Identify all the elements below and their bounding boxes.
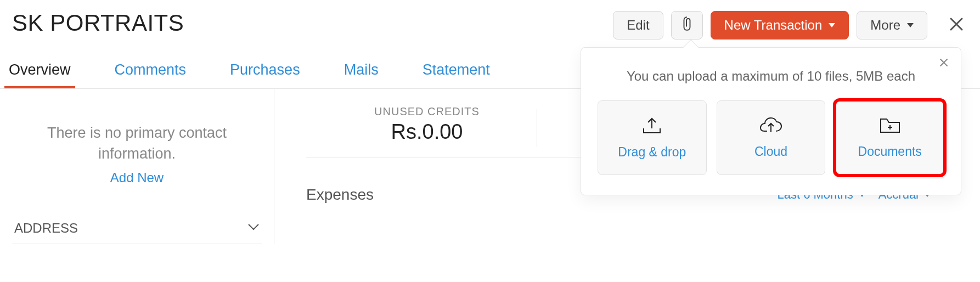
attachment-popover: You can upload a maximum of 10 files, 5M…: [581, 47, 961, 195]
tab-overview[interactable]: Overview: [4, 61, 75, 88]
popover-close-button[interactable]: [939, 58, 949, 70]
documents-label: Documents: [858, 144, 922, 159]
unused-credits-label: UNUSED CREDITS: [328, 105, 526, 118]
attach-button[interactable]: [671, 11, 703, 40]
new-transaction-button[interactable]: New Transaction: [711, 11, 849, 40]
new-transaction-label: New Transaction: [724, 18, 823, 33]
address-section-toggle[interactable]: ADDRESS: [12, 211, 262, 244]
add-new-link[interactable]: Add New: [12, 170, 262, 185]
popover-options: Drag & drop Cloud Documents: [598, 100, 944, 175]
tab-statement[interactable]: Statement: [418, 61, 494, 87]
header-actions: Edit New Transaction More: [613, 11, 965, 40]
folder-add-icon: [879, 117, 901, 137]
popover-info-text: You can upload a maximum of 10 files, 5M…: [598, 69, 944, 84]
tab-comments[interactable]: Comments: [110, 61, 191, 87]
tab-mails[interactable]: Mails: [340, 61, 383, 87]
expenses-title: Expenses: [306, 186, 374, 204]
unused-credits-amount: Rs.0.00: [328, 120, 526, 144]
close-button[interactable]: [948, 16, 965, 35]
caret-down-icon: [829, 23, 835, 27]
more-label: More: [870, 18, 900, 33]
left-column: There is no primary contact information.…: [0, 89, 274, 244]
vertical-divider: [537, 109, 537, 147]
cloud-label: Cloud: [754, 144, 787, 159]
tab-purchases[interactable]: Purchases: [226, 61, 305, 87]
page-title: SK PORTRAITS: [12, 10, 613, 36]
edit-button-label: Edit: [627, 18, 649, 33]
address-section-label: ADDRESS: [14, 221, 78, 236]
paperclip-icon: [681, 16, 693, 35]
credits-text: UNUSED CREDITS Rs.0.00: [328, 105, 526, 144]
drag-drop-label: Drag & drop: [618, 145, 686, 160]
more-button[interactable]: More: [857, 11, 927, 40]
header-row: SK PORTRAITS Edit New Transaction More: [0, 0, 980, 40]
upload-cloud[interactable]: Cloud: [717, 100, 826, 175]
cloud-upload-icon: [759, 117, 782, 137]
caret-down-icon: [907, 23, 914, 27]
upload-documents[interactable]: Documents: [835, 100, 944, 175]
upload-drag-drop[interactable]: Drag & drop: [598, 100, 707, 175]
upload-icon: [641, 116, 662, 137]
chevron-down-icon: [247, 223, 260, 233]
no-contact-text: There is no primary contact information.: [12, 123, 262, 165]
edit-button[interactable]: Edit: [613, 11, 663, 40]
